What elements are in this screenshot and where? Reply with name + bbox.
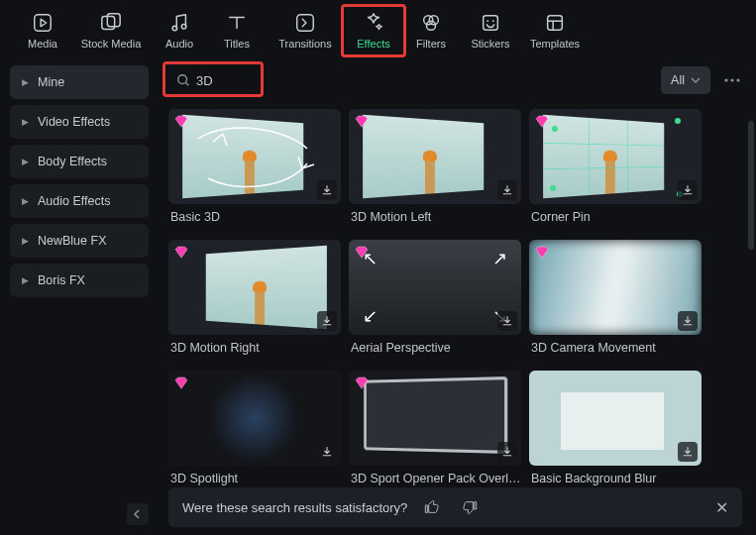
nav-audio[interactable]: Audio xyxy=(151,8,208,54)
svg-rect-2 xyxy=(102,17,115,30)
effect-thumbnail[interactable] xyxy=(168,109,341,204)
sidebar-item-video-effects[interactable]: ▶ Video Effects xyxy=(10,105,149,139)
nav-label: Stickers xyxy=(471,38,509,50)
nav-media[interactable]: Media xyxy=(14,8,71,54)
nav-label: Audio xyxy=(165,38,193,50)
feedback-bar: Were these search results satisfactory? … xyxy=(168,487,742,527)
effect-card-corner-pin: Corner Pin xyxy=(529,109,702,224)
svg-point-11 xyxy=(486,20,488,22)
download-button[interactable] xyxy=(497,180,517,200)
svg-marker-1 xyxy=(41,19,47,26)
svg-point-19 xyxy=(675,118,681,124)
nav-stock[interactable]: Stock Media xyxy=(71,8,151,54)
sidebar-item-label: Body Effects xyxy=(38,155,107,168)
media-icon xyxy=(32,12,54,34)
download-button[interactable] xyxy=(317,311,337,331)
sidebar-item-label: Mine xyxy=(38,75,64,89)
effects-grid: Basic 3D 3D Motion Left Corner Pin 3D Mo… xyxy=(168,109,746,485)
nav-label: Effects xyxy=(357,38,389,50)
svg-point-15 xyxy=(724,78,727,81)
effect-thumbnail[interactable] xyxy=(349,109,521,204)
effect-thumbnail[interactable] xyxy=(168,371,341,466)
effects-icon xyxy=(363,12,384,34)
effect-thumbnail[interactable] xyxy=(529,371,702,466)
sidebar-item-label: Boris FX xyxy=(38,273,85,287)
sidebar-item-label: Audio Effects xyxy=(38,194,110,208)
main-panel: All Basic 3D 3D Motion Left xyxy=(159,59,756,535)
sidebar-item-audio-effects[interactable]: ▶ Audio Effects xyxy=(10,184,149,218)
filter-dropdown-label: All xyxy=(671,73,685,87)
titles-icon xyxy=(226,12,248,34)
svg-point-16 xyxy=(730,78,733,81)
nav-label: Media xyxy=(28,38,57,50)
nav-stickers[interactable]: Stickers xyxy=(460,8,521,54)
effect-thumbnail[interactable] xyxy=(529,240,702,335)
search-input[interactable] xyxy=(196,73,246,88)
svg-point-5 xyxy=(181,24,186,29)
svg-point-4 xyxy=(172,26,177,31)
thumbs-up-button[interactable] xyxy=(419,494,445,520)
filter-dropdown[interactable]: All xyxy=(661,66,710,94)
nav-label: Transitions xyxy=(278,38,331,50)
thumbs-down-button[interactable] xyxy=(457,494,483,520)
effect-thumbnail[interactable]: ↖↗ ↙↘ xyxy=(349,240,521,335)
nav-label: Stock Media xyxy=(81,38,142,50)
svg-point-9 xyxy=(426,21,435,30)
templates-icon xyxy=(544,12,566,34)
download-button[interactable] xyxy=(678,311,698,331)
sidebar-item-body-effects[interactable]: ▶ Body Effects xyxy=(10,145,149,178)
premium-gem-icon xyxy=(533,113,551,131)
download-button[interactable] xyxy=(678,442,698,462)
effect-card-3d-motion-left: 3D Motion Left xyxy=(349,109,521,224)
sidebar: ▶ Mine▶ Video Effects▶ Body Effects▶ Aud… xyxy=(0,59,159,535)
feedback-prompt: Were these search results satisfactory? xyxy=(182,500,407,515)
download-button[interactable] xyxy=(678,180,698,200)
sidebar-item-boris-fx[interactable]: ▶ Boris FX xyxy=(10,264,149,297)
audio-icon xyxy=(168,12,190,34)
effect-card-basic-3d: Basic 3D xyxy=(168,109,341,224)
nav-label: Titles xyxy=(224,38,250,50)
nav-transitions[interactable]: Transitions xyxy=(266,8,345,54)
download-button[interactable] xyxy=(497,311,517,331)
sidebar-item-label: NewBlue FX xyxy=(38,234,106,248)
nav-titles[interactable]: Titles xyxy=(208,8,266,54)
effect-title: 3D Spotlight xyxy=(168,472,341,485)
nav-effects[interactable]: Effects xyxy=(345,8,402,54)
premium-gem-icon xyxy=(172,113,190,131)
nav-templates[interactable]: Templates xyxy=(521,8,589,54)
download-button[interactable] xyxy=(317,180,337,200)
scrollbar-thumb[interactable] xyxy=(748,121,754,250)
effect-thumbnail[interactable] xyxy=(349,371,521,466)
svg-point-8 xyxy=(429,16,438,25)
stock-icon xyxy=(100,12,122,34)
sidebar-item-newblue-fx[interactable]: ▶ NewBlue FX xyxy=(10,224,149,258)
effect-title: 3D Motion Right xyxy=(168,341,341,355)
svg-point-20 xyxy=(550,185,556,191)
effect-card-3d-spotlight: 3D Spotlight xyxy=(168,371,341,485)
collapse-sidebar-button[interactable] xyxy=(127,503,149,525)
svg-rect-0 xyxy=(35,15,52,32)
svg-point-18 xyxy=(552,126,558,132)
effect-title: Basic 3D xyxy=(168,210,341,224)
premium-gem-icon xyxy=(172,374,190,392)
transitions-icon xyxy=(294,12,316,34)
feedback-close-button[interactable]: ✕ xyxy=(715,498,728,517)
download-button[interactable] xyxy=(497,442,517,462)
download-button[interactable] xyxy=(317,442,337,462)
effect-thumbnail[interactable] xyxy=(529,109,702,204)
search-field[interactable] xyxy=(168,65,260,95)
chevron-down-icon xyxy=(691,75,701,85)
svg-point-17 xyxy=(736,78,739,81)
svg-point-14 xyxy=(178,75,187,84)
premium-gem-icon xyxy=(353,113,371,131)
effect-title: Aerial Perspective xyxy=(349,341,521,355)
nav-filters[interactable]: Filters xyxy=(402,8,460,54)
premium-gem-icon xyxy=(533,244,551,262)
premium-gem-icon xyxy=(172,244,190,262)
effect-card-3d-camera-movement: 3D Camera Movement xyxy=(529,240,702,355)
search-icon xyxy=(176,73,190,87)
more-button[interactable] xyxy=(718,66,746,94)
effect-thumbnail[interactable] xyxy=(168,240,341,335)
sidebar-item-mine[interactable]: ▶ Mine xyxy=(10,65,149,99)
chevron-right-icon: ▶ xyxy=(22,77,28,87)
